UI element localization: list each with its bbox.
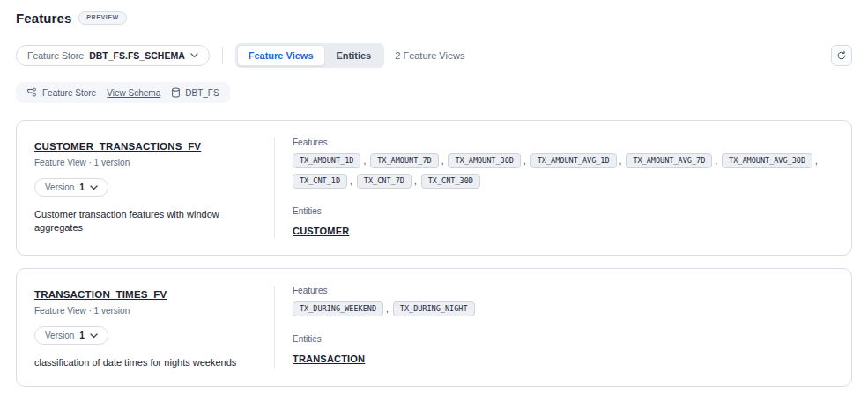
toolbar-divider (222, 47, 223, 64)
features-page: Features PREVIEW Feature Store DBT_FS.FS… (0, 0, 868, 402)
feature-store-value: DBT_FS.FS_SCHEMA (89, 50, 185, 61)
feature-view-description: Customer transaction features with windo… (34, 208, 246, 234)
chevron-down-icon (90, 333, 98, 339)
feature-view-meta: Feature View · 1 version (34, 158, 258, 168)
feature-view-name-link[interactable]: TRANSACTION_TIMES_FV (34, 289, 167, 300)
chip-separator: , (523, 156, 526, 166)
feature-chip: TX_CNT_30D (421, 174, 480, 189)
preview-badge: PREVIEW (78, 11, 126, 24)
card-summary: CUSTOMER_TRANSACTIONS_FV Feature View · … (34, 138, 274, 238)
version-label: Version (45, 331, 74, 340)
entities-section-label: Entities (293, 334, 834, 344)
schema-icon (26, 87, 37, 98)
feature-chip: TX_CNT_1D (293, 174, 347, 189)
entity-link-list: CUSTOMER (293, 222, 834, 238)
entity-link[interactable]: CUSTOMER (293, 226, 349, 236)
chevron-down-icon (90, 185, 98, 190)
page-header: Features PREVIEW (16, 11, 852, 26)
toolbar: Feature Store DBT_FS.FS_SCHEMA Feature V… (16, 43, 852, 68)
card-details: Features TX_AMOUNT_1D,TX_AMOUNT_7D,TX_AM… (274, 138, 834, 238)
feature-view-name-link[interactable]: CUSTOMER_TRANSACTIONS_FV (34, 141, 201, 152)
feature-store-dropdown[interactable]: Feature Store DBT_FS.FS_SCHEMA (16, 45, 210, 66)
feature-chip: TX_CNT_7D (357, 174, 412, 189)
page-title: Features (16, 11, 71, 26)
version-dropdown[interactable]: Version 1 (34, 326, 108, 345)
entities-section: Entities CUSTOMER (293, 206, 834, 238)
breadcrumb: Feature Store · View Schema DBT_FS (16, 82, 230, 103)
feature-view-description: classification of date times for nights … (34, 356, 246, 369)
feature-chip: TX_AMOUNT_AVG_30D (722, 153, 812, 168)
breadcrumb-prefix: Feature Store · (42, 88, 101, 98)
feature-store-label: Feature Store (27, 50, 84, 61)
entities-section-label: Entities (293, 206, 834, 216)
entities-section: Entities TRANSACTION (293, 334, 834, 366)
feature-view-card: TRANSACTION_TIMES_FV Feature View · 1 ve… (16, 268, 852, 387)
chip-separator: , (363, 156, 366, 166)
feature-chip: TX_AMOUNT_AVG_1D (530, 153, 617, 168)
chip-separator: , (815, 156, 818, 166)
chip-separator: , (414, 176, 417, 186)
chip-separator: , (386, 304, 389, 314)
entity-link[interactable]: TRANSACTION (293, 354, 365, 364)
version-label: Version (45, 182, 74, 192)
breadcrumb-database: DBT_FS (171, 87, 219, 98)
feature-chip: TX_AMOUNT_30D (448, 153, 521, 168)
feature-view-card: CUSTOMER_TRANSACTIONS_FV Feature View · … (16, 120, 852, 256)
chip-separator: , (350, 176, 352, 186)
feature-chip: TX_AMOUNT_7D (370, 153, 438, 168)
features-section-label: Features (293, 138, 834, 147)
view-schema-link[interactable]: View Schema (107, 88, 160, 98)
feature-views-count: 2 Feature Views (395, 50, 464, 61)
chevron-down-icon (190, 53, 198, 58)
chip-separator: , (619, 156, 622, 166)
feature-chip-list: TX_DURING_WEEKEND,TX_DURING_NIGHT (293, 302, 834, 316)
tab-feature-views[interactable]: Feature Views (237, 45, 325, 66)
entity-link-list: TRANSACTION (293, 350, 834, 366)
tab-entities[interactable]: Entities (325, 45, 383, 66)
feature-chip: TX_AMOUNT_1D (293, 153, 360, 168)
chip-separator: , (441, 156, 444, 166)
feature-chip-list: TX_AMOUNT_1D,TX_AMOUNT_7D,TX_AMOUNT_30D,… (293, 153, 834, 189)
feature-view-meta: Feature View · 1 version (34, 306, 258, 316)
database-icon (171, 87, 181, 98)
features-section-label: Features (293, 286, 834, 295)
database-name: DBT_FS (185, 88, 219, 98)
view-tabs: Feature Views Entities (235, 43, 385, 68)
refresh-button[interactable] (831, 45, 852, 66)
feature-chip: TX_AMOUNT_AVG_7D (626, 153, 712, 168)
card-details: Features TX_DURING_WEEKEND,TX_DURING_NIG… (274, 286, 834, 369)
feature-chip: TX_DURING_WEEKEND (293, 302, 383, 316)
card-summary: TRANSACTION_TIMES_FV Feature View · 1 ve… (34, 286, 274, 369)
refresh-icon (836, 50, 847, 61)
chip-separator: , (715, 156, 717, 166)
version-dropdown[interactable]: Version 1 (34, 178, 108, 197)
version-value: 1 (79, 331, 85, 340)
feature-chip: TX_DURING_NIGHT (393, 302, 475, 316)
version-value: 1 (79, 182, 85, 192)
